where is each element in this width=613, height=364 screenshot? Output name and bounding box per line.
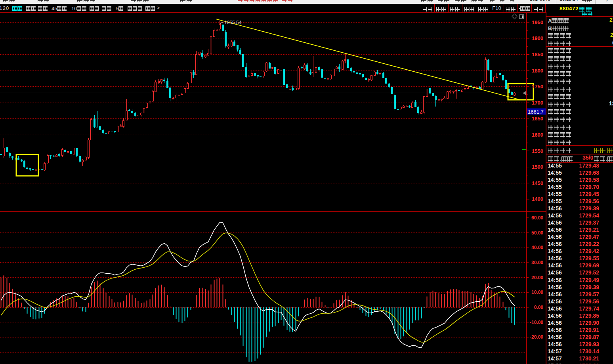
svg-text:-20.00: -20.00	[530, 334, 543, 340]
svg-text:1661.7: 1661.7	[528, 109, 544, 115]
svg-text:1650: 1650	[532, 116, 543, 122]
svg-text:1750: 1750	[532, 84, 543, 90]
svg-text:1550: 1550	[532, 148, 543, 154]
svg-text:10.00: 10.00	[531, 290, 543, 295]
svg-text:-10.00: -10.00	[530, 320, 543, 325]
svg-text:1600: 1600	[532, 132, 543, 138]
svg-text:1450: 1450	[532, 180, 543, 186]
svg-text:40.00: 40.00	[531, 245, 543, 250]
svg-text:1955.54: 1955.54	[224, 20, 242, 25]
svg-text:1800: 1800	[532, 68, 543, 74]
svg-text:50.00: 50.00	[531, 230, 543, 236]
svg-text:1900: 1900	[532, 35, 543, 41]
svg-text:1850: 1850	[532, 51, 543, 57]
svg-text:1950: 1950	[532, 19, 543, 25]
svg-text:0.00: 0.00	[534, 305, 544, 310]
svg-text:20.00: 20.00	[531, 275, 543, 280]
svg-text:1400: 1400	[532, 196, 543, 202]
svg-text:60.00: 60.00	[531, 215, 543, 221]
svg-text:1500: 1500	[532, 164, 543, 170]
svg-text:30.00: 30.00	[531, 260, 543, 265]
svg-text:1700: 1700	[532, 100, 543, 106]
